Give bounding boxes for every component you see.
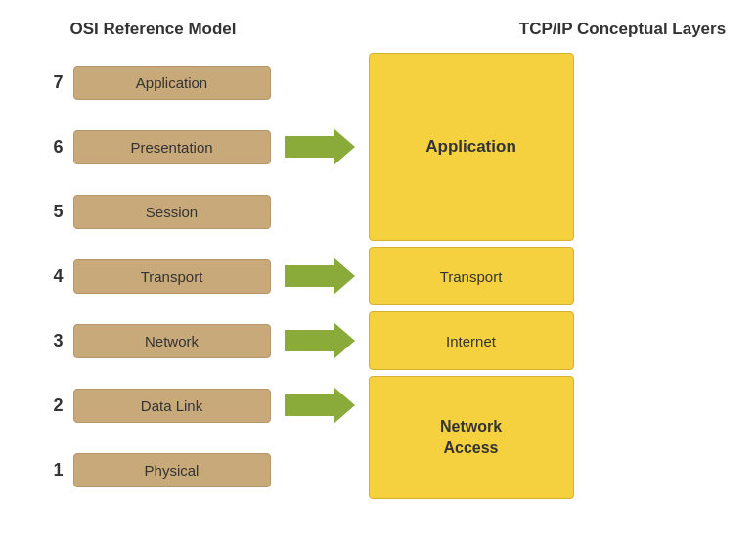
layer-num-1: 1: [42, 460, 64, 481]
tcpip-box-network-access: NetworkAccess: [369, 376, 574, 499]
tcpip-column: Application Transport Internet NetworkAc…: [369, 53, 574, 499]
osi-box-session: Session: [73, 195, 271, 229]
tcpip-box-internet: Internet: [369, 311, 574, 370]
osi-box-physical: Physical: [73, 453, 271, 487]
layer-num-3: 3: [42, 331, 64, 351]
osi-box-network: Network: [73, 324, 271, 358]
osi-box-datalink: Data Link: [73, 389, 271, 423]
arrow-to-transport: [285, 257, 355, 295]
osi-title: OSI Reference Model: [26, 20, 281, 39]
diagram-headers: OSI Reference Model TCP/IP Conceptual La…: [26, 20, 731, 39]
osi-row-3: 3 Network: [42, 311, 271, 370]
arrow-to-application: [285, 128, 355, 165]
layer-num-4: 4: [42, 266, 64, 287]
arrow-slot-6: [285, 117, 355, 176]
arrows-column: [271, 53, 369, 499]
osi-box-transport: Transport: [73, 259, 271, 294]
osi-row-5: 5 Session: [42, 182, 271, 241]
osi-row-1: 1 Physical: [42, 440, 271, 499]
tcpip-box-application: Application: [369, 53, 574, 241]
arrow-slot-3: [285, 311, 355, 370]
arrow-slot-4: [285, 247, 355, 305]
arrow-slot-2: [285, 376, 355, 435]
layer-num-2: 2: [42, 395, 64, 416]
osi-row-6: 6 Presentation: [42, 117, 271, 176]
osi-box-presentation: Presentation: [73, 130, 271, 164]
arrow-to-netaccess: [285, 387, 355, 424]
diagram-container: 7 Application 6 Presentation 5 Session 4…: [26, 53, 731, 499]
tcpip-title: TCP/IP Conceptual Layers: [515, 20, 731, 39]
layer-num-5: 5: [42, 202, 64, 222]
osi-column: 7 Application 6 Presentation 5 Session 4…: [26, 53, 271, 499]
layer-num-6: 6: [42, 137, 64, 158]
tcpip-box-transport: Transport: [369, 247, 574, 305]
layer-num-7: 7: [42, 72, 64, 93]
osi-row-2: 2 Data Link: [42, 376, 271, 435]
osi-row-7: 7 Application: [42, 53, 271, 112]
osi-box-application: Application: [73, 66, 271, 100]
osi-row-4: 4 Transport: [42, 247, 271, 305]
arrow-to-internet: [285, 322, 355, 359]
